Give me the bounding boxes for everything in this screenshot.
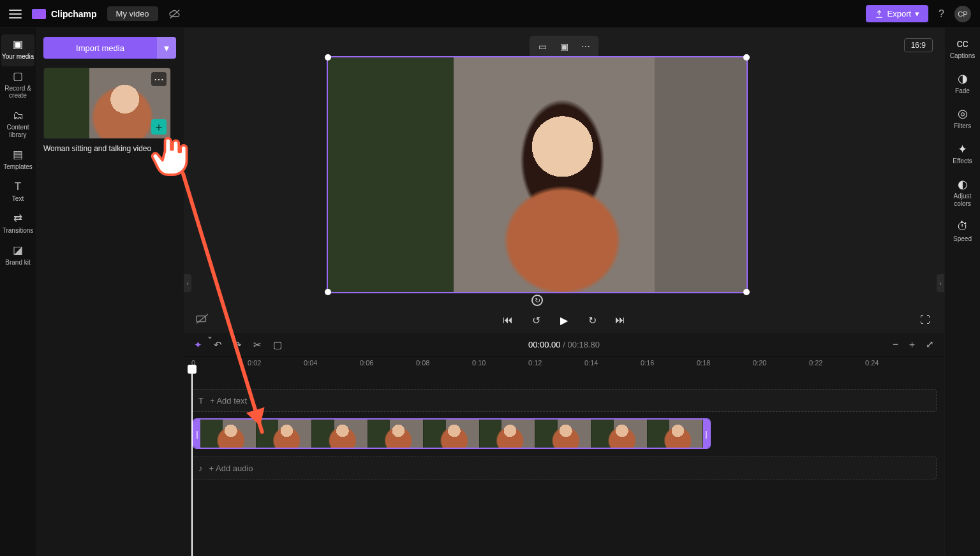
project-title[interactable]: My video — [107, 6, 158, 21]
resize-handle-tr[interactable] — [743, 54, 750, 61]
stage-more-button[interactable]: ⋯ — [578, 40, 593, 54]
ruler-tick: 0:08 — [416, 359, 429, 367]
ruler-tick: 0:18 — [697, 359, 710, 367]
import-dropdown-button[interactable]: ▾ — [157, 37, 176, 59]
chevron-down-icon: ▾ — [915, 9, 919, 18]
rightbar-adjust-colors[interactable]: ◐Adjust colors — [947, 178, 978, 208]
sidebar-item-brand-kit[interactable]: ◪Brand kit — [1, 240, 34, 272]
zoom-fit-button[interactable]: ⤢ — [926, 339, 934, 351]
mute-preview-button[interactable] — [195, 313, 209, 327]
rewind-button[interactable]: ↺ — [528, 312, 544, 328]
text-icon: T — [198, 396, 204, 406]
rightbar-filters[interactable]: ◎Filters — [947, 107, 978, 129]
sidebar-item-text[interactable]: TText — [1, 177, 34, 208]
collapse-right-panel[interactable]: › — [937, 274, 944, 292]
media-thumbnail[interactable]: ⋯ ＋ — [43, 68, 171, 139]
ruler-tick: 0:12 — [528, 359, 542, 367]
timeline-ruler[interactable]: 00:020:040:060:080:100:120:140:160:180:2… — [191, 357, 944, 371]
magic-tool-button[interactable]: ✦ — [194, 339, 202, 351]
fullscreen-button[interactable]: ⛶ — [917, 312, 933, 328]
clip-properties-button[interactable]: ▢ — [273, 339, 282, 351]
transitions-icon: ⇄ — [1, 212, 34, 225]
split-button[interactable]: ✂ — [253, 339, 262, 351]
collapse-left-panel[interactable]: ‹ — [184, 274, 191, 292]
ruler-tick: 0:20 — [753, 359, 766, 367]
menu-button[interactable] — [9, 10, 22, 18]
effects-icon: ✦ — [947, 143, 978, 156]
clip-frame — [480, 420, 536, 448]
zoom-out-button[interactable]: − — [893, 339, 898, 351]
speed-icon: ⏱ — [947, 220, 978, 233]
rightbar-speed[interactable]: ⏱Speed — [947, 220, 978, 242]
clip-handle-right[interactable]: | — [703, 420, 709, 448]
audio-track[interactable]: ♪ + Add audio — [191, 457, 937, 479]
playhead[interactable] — [191, 371, 193, 556]
brand-icon: ◪ — [1, 244, 34, 257]
resize-handle-bl[interactable] — [325, 289, 331, 295]
forward-button[interactable]: ↻ — [584, 312, 600, 328]
play-button[interactable]: ▶ — [556, 312, 572, 328]
video-preview[interactable]: ↻ — [327, 56, 748, 293]
text-track[interactable]: T + Add text — [191, 389, 937, 412]
templates-icon: ▤ — [1, 149, 34, 161]
export-label: Export — [887, 9, 912, 18]
add-to-timeline-button[interactable]: ＋ — [151, 119, 167, 135]
sidebar-item-templates[interactable]: ▤Templates — [1, 145, 34, 177]
sidebar-item-record-create[interactable]: ▢Record & create — [1, 66, 34, 106]
aspect-ratio-button[interactable]: 16:9 — [904, 38, 933, 52]
filters-icon: ◎ — [947, 107, 978, 121]
adjust-colors-icon: ◐ — [947, 178, 978, 191]
export-button[interactable]: Export ▾ — [866, 5, 929, 22]
undo-button[interactable]: ↶ — [214, 339, 222, 351]
video-track[interactable]: | | — [191, 418, 937, 450]
zoom-in-button[interactable]: ＋ — [907, 339, 917, 351]
clip-frame — [424, 420, 480, 448]
add-audio-label: + Add audio — [209, 464, 253, 473]
media-icon: ▣ — [1, 38, 34, 51]
thumbnail-more-button[interactable]: ⋯ — [151, 72, 167, 86]
sidebar-item-transitions[interactable]: ⇄Transitions — [1, 208, 34, 240]
rightbar-fade[interactable]: ◑Fade — [947, 72, 978, 94]
import-media-button[interactable]: Import media — [43, 37, 157, 59]
ruler-tick: 0:24 — [865, 359, 879, 367]
sidebar-item-your-media[interactable]: ▣Your media — [1, 34, 34, 66]
crop-tool-button[interactable]: ▭ — [535, 40, 550, 54]
clip-frame — [648, 420, 704, 448]
skip-start-button[interactable]: ⏮ — [500, 312, 516, 328]
captions-icon: cc — [947, 37, 978, 50]
ruler-tick: 0:14 — [584, 359, 598, 367]
rightbar-captions[interactable]: ccCaptions — [947, 37, 978, 59]
ruler-tick: 0:02 — [248, 359, 261, 367]
ruler-tick: 0:22 — [809, 359, 822, 367]
brand-icon — [32, 9, 46, 19]
add-text-label: + Add text — [210, 396, 247, 406]
ruler-tick: 0:10 — [472, 359, 486, 367]
ruler-tick: 0:06 — [360, 359, 373, 367]
clip-frame — [535, 420, 591, 448]
clip-handle-left[interactable]: | — [194, 420, 200, 448]
camera-icon: ▢ — [1, 70, 34, 83]
avatar[interactable]: CP — [954, 6, 971, 22]
cloud-off-icon[interactable] — [168, 9, 181, 19]
text-icon: T — [1, 180, 34, 193]
app-name: Clipchamp — [51, 9, 97, 19]
clip-frame — [368, 420, 424, 448]
rightbar-effects[interactable]: ✦Effects — [947, 143, 978, 165]
clip-frame — [200, 420, 256, 448]
sidebar-item-content-library[interactable]: 🗂Content library — [1, 106, 34, 145]
rotate-handle[interactable]: ↻ — [531, 295, 543, 306]
fit-tool-button[interactable]: ▣ — [556, 40, 572, 54]
video-clip[interactable]: | | — [193, 418, 711, 449]
help-button[interactable]: ? — [939, 8, 944, 20]
media-item-title: Woman sitting and talking video — [43, 144, 176, 153]
library-icon: 🗂 — [1, 110, 34, 122]
playback-time: 00:00.00 / 00:18.80 — [528, 340, 600, 349]
skip-end-button[interactable]: ⏭ — [612, 312, 628, 328]
redo-button[interactable]: ↷ — [234, 339, 242, 351]
resize-handle-tl[interactable] — [325, 54, 331, 61]
app-brand: Clipchamp — [32, 9, 97, 19]
fade-icon: ◑ — [947, 72, 978, 85]
clip-frame — [312, 420, 368, 448]
resize-handle-br[interactable] — [743, 289, 750, 295]
audio-icon: ♪ — [198, 464, 203, 473]
